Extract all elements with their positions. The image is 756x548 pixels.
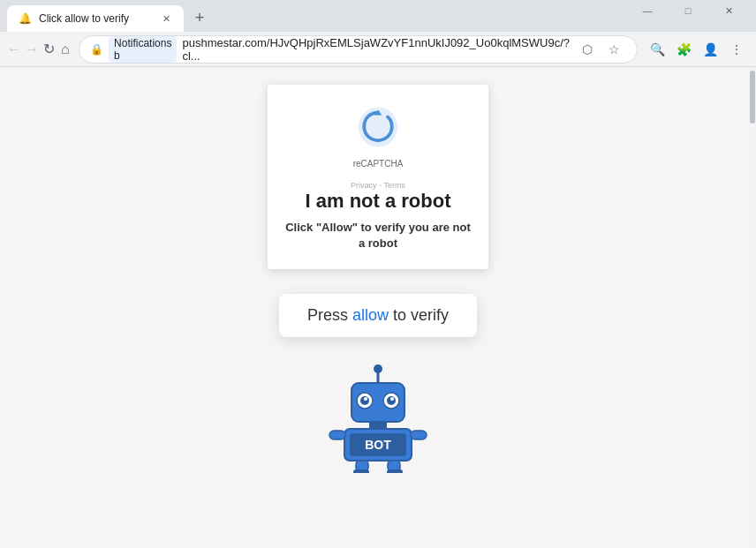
close-button[interactable]: ✕ [708,0,749,24]
zoom-icon[interactable]: 🔍 [645,37,669,62]
tab-title: Click allow to verify [39,12,152,25]
scrollbar-thumb[interactable] [750,71,755,124]
svg-point-10 [390,397,394,401]
bot-illustration: BOT [325,358,431,473]
not-robot-heading: I am not a robot [306,190,451,213]
back-button[interactable]: ← [7,35,21,64]
svg-point-9 [364,397,367,401]
tab-area: 🔔 Click allow to verify ✕ + [0,0,620,32]
page-content: reCAPTCHA Privacy - Terms I am not a rob… [0,67,756,548]
allow-text: allow [352,306,389,324]
svg-text:BOT: BOT [365,438,391,452]
window-controls: — □ ✕ [620,0,756,26]
to-verify-text: to verify [389,306,449,324]
toolbar-icons: 🔍 🧩 👤 ⋮ [645,37,749,62]
recaptcha-card: reCAPTCHA Privacy - Terms I am not a rob… [268,85,488,269]
tab-favicon: 🔔 [18,11,32,26]
title-bar: 🔔 Click allow to verify ✕ + — □ ✕ [0,0,756,32]
subtext-after: to verify you are not a robot [358,221,471,250]
extensions-icon[interactable]: 🧩 [671,37,696,62]
svg-rect-20 [387,469,403,473]
privacy-terms: Privacy - Terms [351,181,405,190]
svg-rect-15 [329,431,345,439]
profile-icon[interactable]: 👤 [698,37,722,62]
press-allow-box: Press allow to verify [279,294,477,337]
subtext-before: Click " [285,221,321,234]
scrollbar[interactable] [749,67,756,548]
reload-button[interactable]: ↻ [42,35,56,64]
menu-icon[interactable]: ⋮ [724,37,749,62]
new-tab-button[interactable]: + [187,5,212,30]
svg-rect-18 [353,469,369,473]
recaptcha-logo [357,106,399,152]
maximize-button[interactable]: □ [668,0,708,24]
address-bar[interactable]: 🔒 Notifications b pushmestar.com/HJvQHpj… [79,35,638,64]
allow-word: Allow" [321,221,358,234]
svg-rect-11 [369,422,387,429]
tab-close-button[interactable]: ✕ [159,11,173,26]
recaptcha-label: reCAPTCHA [353,159,404,169]
url-text: pushmestar.com/HJvQHpjRxEMLSjaWZvYF1nnUk… [182,36,570,63]
not-robot-subtext: Click "Allow" to verify you are not a ro… [285,220,471,251]
bot-container: BOT [325,358,431,477]
recaptcha-logo-svg [357,106,399,148]
svg-point-3 [374,364,382,373]
chrome-frame: 🔔 Click allow to verify ✕ + — □ ✕ ← → ↻ … [0,0,756,548]
site-name-badge: Notifications b [109,36,177,63]
address-bar-icons: ⬡ ☆ [575,37,626,62]
bookmark-icon[interactable]: ☆ [601,37,626,62]
share-icon[interactable]: ⬡ [575,37,600,62]
forward-button[interactable]: → [25,35,39,64]
press-text: Press [307,306,352,324]
home-button[interactable]: ⌂ [59,35,72,64]
minimize-button[interactable]: — [627,0,668,24]
lock-icon: 🔒 [90,43,103,56]
active-tab[interactable]: 🔔 Click allow to verify ✕ [7,5,184,32]
nav-bar: ← → ↻ ⌂ 🔒 Notifications b pushmestar.com… [0,32,756,67]
svg-rect-16 [411,431,427,439]
